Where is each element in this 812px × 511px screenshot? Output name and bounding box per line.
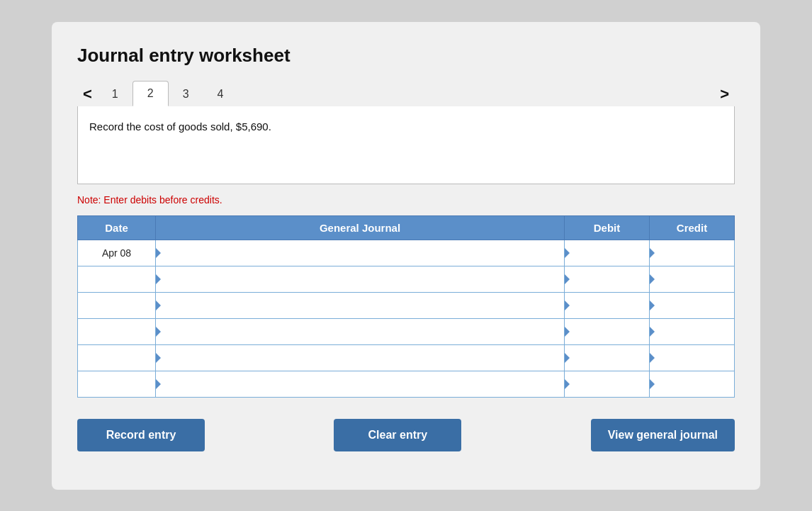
credit-cell-5[interactable] bbox=[650, 371, 735, 397]
tabs-row: < 1 2 3 4 > bbox=[77, 81, 735, 106]
page-title: Journal entry worksheet bbox=[77, 45, 735, 67]
debit-input-3[interactable] bbox=[565, 319, 649, 344]
journal-entry-worksheet: Journal entry worksheet < 1 2 3 4 > Reco… bbox=[52, 22, 760, 490]
credit-input-5[interactable] bbox=[650, 371, 734, 397]
triangle-icon bbox=[156, 274, 161, 284]
journal-cell-3[interactable] bbox=[156, 318, 565, 344]
triangle-icon bbox=[565, 301, 570, 310]
tab-3[interactable]: 3 bbox=[169, 82, 203, 106]
tab-4[interactable]: 4 bbox=[203, 82, 238, 106]
triangle-icon bbox=[565, 379, 570, 389]
col-credit: Credit bbox=[650, 215, 735, 240]
triangle-icon bbox=[650, 248, 655, 258]
credit-input-0[interactable] bbox=[650, 240, 734, 266]
debit-input-4[interactable] bbox=[565, 345, 649, 371]
credit-cell-0[interactable] bbox=[650, 240, 735, 266]
journal-input-0[interactable] bbox=[156, 240, 564, 266]
debit-input-0[interactable] bbox=[565, 240, 649, 266]
journal-cell-1[interactable] bbox=[156, 266, 565, 292]
credit-cell-1[interactable] bbox=[650, 266, 735, 292]
date-cell-4 bbox=[78, 344, 156, 371]
record-entry-button[interactable]: Record entry bbox=[77, 419, 205, 451]
table-row bbox=[78, 266, 735, 292]
date-cell-3 bbox=[78, 318, 156, 344]
center-spacer: Clear entry bbox=[205, 419, 591, 451]
debit-cell-4[interactable] bbox=[565, 344, 650, 371]
journal-cell-5[interactable] bbox=[156, 371, 565, 397]
credit-cell-2[interactable] bbox=[650, 292, 735, 318]
debit-input-1[interactable] bbox=[565, 266, 649, 292]
journal-input-5[interactable] bbox=[156, 371, 564, 397]
triangle-icon bbox=[565, 353, 570, 363]
table-row bbox=[78, 371, 735, 397]
table-row bbox=[78, 318, 735, 344]
triangle-icon bbox=[156, 248, 161, 258]
col-journal: General Journal bbox=[156, 215, 565, 240]
triangle-icon bbox=[650, 274, 655, 284]
credit-cell-4[interactable] bbox=[650, 344, 735, 371]
clear-entry-button[interactable]: Clear entry bbox=[334, 419, 461, 451]
journal-input-4[interactable] bbox=[156, 345, 564, 371]
credit-input-3[interactable] bbox=[650, 319, 734, 344]
triangle-icon bbox=[156, 379, 161, 389]
note-text: Note: Enter debits before credits. bbox=[77, 194, 735, 206]
debit-cell-0[interactable] bbox=[565, 240, 650, 266]
view-general-journal-button[interactable]: View general journal bbox=[591, 419, 735, 451]
credit-input-1[interactable] bbox=[650, 266, 734, 292]
debit-cell-5[interactable] bbox=[565, 371, 650, 397]
journal-cell-0[interactable] bbox=[156, 240, 565, 266]
triangle-icon bbox=[650, 327, 655, 337]
next-arrow[interactable]: > bbox=[714, 82, 735, 106]
tab-1[interactable]: 1 bbox=[98, 82, 132, 106]
debit-input-2[interactable] bbox=[565, 293, 649, 318]
date-cell-1 bbox=[78, 266, 156, 292]
tab-2[interactable]: 2 bbox=[132, 81, 169, 106]
triangle-icon bbox=[156, 327, 161, 337]
triangle-icon bbox=[650, 301, 655, 310]
triangle-icon bbox=[565, 248, 570, 258]
table-row bbox=[78, 344, 735, 371]
prev-arrow[interactable]: < bbox=[77, 82, 98, 106]
triangle-icon bbox=[650, 379, 655, 389]
triangle-icon bbox=[565, 274, 570, 284]
col-debit: Debit bbox=[565, 215, 650, 240]
credit-input-4[interactable] bbox=[650, 345, 734, 371]
date-cell-5 bbox=[78, 371, 156, 397]
col-date: Date bbox=[78, 215, 156, 240]
journal-input-1[interactable] bbox=[156, 266, 564, 292]
table-row: Apr 08 bbox=[78, 240, 735, 266]
journal-input-3[interactable] bbox=[156, 319, 564, 344]
journal-input-2[interactable] bbox=[156, 293, 564, 318]
buttons-row: Record entry Clear entry View general jo… bbox=[77, 419, 735, 451]
date-cell-0: Apr 08 bbox=[78, 240, 156, 266]
triangle-icon bbox=[156, 353, 161, 363]
journal-table: Date General Journal Debit Credit Apr 08 bbox=[77, 215, 735, 398]
credit-input-2[interactable] bbox=[650, 293, 734, 318]
debit-cell-3[interactable] bbox=[565, 318, 650, 344]
triangle-icon bbox=[650, 353, 655, 363]
description-box: Record the cost of goods sold, $5,690. bbox=[77, 106, 735, 184]
triangle-icon bbox=[565, 327, 570, 337]
debit-cell-2[interactable] bbox=[565, 292, 650, 318]
triangle-icon bbox=[156, 301, 161, 310]
debit-cell-1[interactable] bbox=[565, 266, 650, 292]
date-cell-2 bbox=[78, 292, 156, 318]
credit-cell-3[interactable] bbox=[650, 318, 735, 344]
journal-cell-2[interactable] bbox=[156, 292, 565, 318]
table-row bbox=[78, 292, 735, 318]
debit-input-5[interactable] bbox=[565, 371, 649, 397]
description-text: Record the cost of goods sold, $5,690. bbox=[89, 120, 271, 133]
journal-cell-4[interactable] bbox=[156, 344, 565, 371]
